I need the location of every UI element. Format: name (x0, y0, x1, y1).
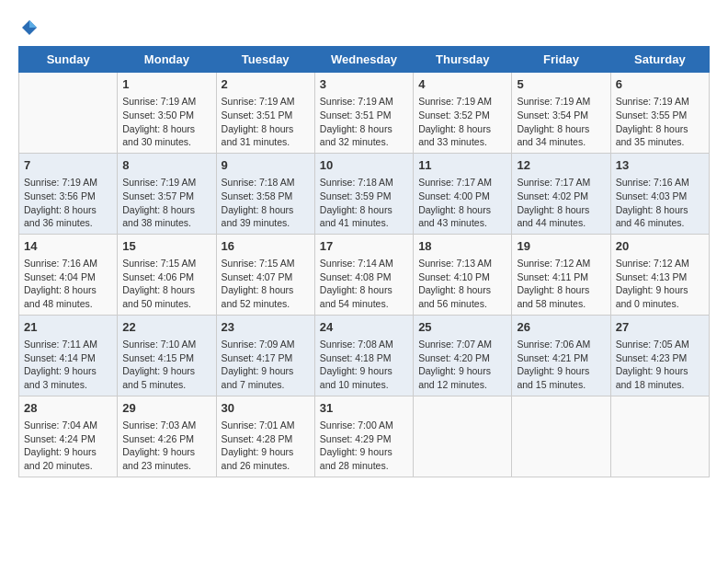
calendar-empty-cell (610, 396, 709, 477)
day-number: 3 (320, 76, 408, 93)
calendar-day-27: 27Sunrise: 7:05 AMSunset: 4:23 PMDayligh… (610, 315, 709, 396)
day-number: 20 (616, 238, 704, 255)
day-number: 13 (616, 157, 704, 174)
weekday-header-monday: Monday (118, 47, 216, 73)
calendar-day-18: 18Sunrise: 7:13 AMSunset: 4:10 PMDayligh… (414, 234, 512, 315)
day-number: 18 (418, 238, 506, 255)
calendar-day-25: 25Sunrise: 7:07 AMSunset: 4:20 PMDayligh… (414, 315, 512, 396)
calendar-day-17: 17Sunrise: 7:14 AMSunset: 4:08 PMDayligh… (314, 234, 413, 315)
day-number: 9 (222, 157, 310, 174)
day-number: 21 (24, 319, 112, 336)
calendar-empty-cell (414, 396, 512, 477)
day-info: Sunrise: 7:06 AMSunset: 4:21 PMDaylight:… (517, 338, 605, 392)
day-number: 15 (122, 238, 210, 255)
calendar-day-15: 15Sunrise: 7:15 AMSunset: 4:06 PMDayligh… (118, 234, 216, 315)
day-number: 23 (222, 319, 310, 336)
day-info: Sunrise: 7:01 AMSunset: 4:28 PMDaylight:… (222, 419, 310, 473)
weekday-header-thursday: Thursday (414, 47, 512, 73)
weekday-header-tuesday: Tuesday (216, 47, 314, 73)
day-info: Sunrise: 7:19 AMSunset: 3:56 PMDaylight:… (24, 176, 112, 230)
day-info: Sunrise: 7:16 AMSunset: 4:03 PMDaylight:… (616, 176, 704, 230)
day-number: 4 (418, 76, 506, 93)
calendar-day-11: 11Sunrise: 7:17 AMSunset: 4:00 PMDayligh… (414, 153, 512, 234)
day-info: Sunrise: 7:10 AMSunset: 4:15 PMDaylight:… (122, 338, 210, 392)
day-info: Sunrise: 7:19 AMSunset: 3:51 PMDaylight:… (222, 95, 310, 149)
calendar-day-10: 10Sunrise: 7:18 AMSunset: 3:59 PMDayligh… (314, 153, 413, 234)
day-info: Sunrise: 7:12 AMSunset: 4:13 PMDaylight:… (616, 257, 704, 311)
day-number: 12 (517, 157, 605, 174)
day-info: Sunrise: 7:19 AMSunset: 3:50 PMDaylight:… (122, 95, 210, 149)
calendar-body: 1Sunrise: 7:19 AMSunset: 3:50 PMDaylight… (19, 73, 710, 477)
day-number: 8 (122, 157, 210, 174)
calendar-week-row: 28Sunrise: 7:04 AMSunset: 4:24 PMDayligh… (19, 396, 710, 477)
day-info: Sunrise: 7:19 AMSunset: 3:52 PMDaylight:… (418, 95, 506, 149)
day-number: 11 (418, 157, 506, 174)
day-info: Sunrise: 7:07 AMSunset: 4:20 PMDaylight:… (418, 338, 506, 392)
weekday-header-wednesday: Wednesday (314, 47, 413, 73)
day-number: 27 (616, 319, 704, 336)
day-info: Sunrise: 7:19 AMSunset: 3:57 PMDaylight:… (122, 176, 210, 230)
calendar-day-7: 7Sunrise: 7:19 AMSunset: 3:56 PMDaylight… (19, 153, 118, 234)
calendar-empty-cell (19, 73, 118, 154)
calendar-day-21: 21Sunrise: 7:11 AMSunset: 4:14 PMDayligh… (19, 315, 118, 396)
day-number: 10 (320, 157, 408, 174)
day-number: 25 (418, 319, 506, 336)
day-info: Sunrise: 7:16 AMSunset: 4:04 PMDaylight:… (24, 257, 112, 311)
day-number: 16 (222, 238, 310, 255)
calendar-week-row: 21Sunrise: 7:11 AMSunset: 4:14 PMDayligh… (19, 315, 710, 396)
day-number: 31 (320, 400, 408, 417)
day-number: 19 (517, 238, 605, 255)
day-number: 22 (122, 319, 210, 336)
calendar-day-26: 26Sunrise: 7:06 AMSunset: 4:21 PMDayligh… (512, 315, 610, 396)
calendar-day-1: 1Sunrise: 7:19 AMSunset: 3:50 PMDaylight… (118, 73, 216, 154)
calendar-day-30: 30Sunrise: 7:01 AMSunset: 4:28 PMDayligh… (216, 396, 314, 477)
day-number: 26 (517, 319, 605, 336)
day-number: 30 (222, 400, 310, 417)
day-info: Sunrise: 7:05 AMSunset: 4:23 PMDaylight:… (616, 338, 704, 392)
calendar-table: SundayMondayTuesdayWednesdayThursdayFrid… (18, 46, 710, 477)
day-number: 2 (222, 76, 310, 93)
calendar-empty-cell (512, 396, 610, 477)
day-info: Sunrise: 7:00 AMSunset: 4:29 PMDaylight:… (320, 419, 408, 473)
calendar-day-23: 23Sunrise: 7:09 AMSunset: 4:17 PMDayligh… (216, 315, 314, 396)
day-number: 6 (616, 76, 704, 93)
day-number: 5 (517, 76, 605, 93)
calendar-day-24: 24Sunrise: 7:08 AMSunset: 4:18 PMDayligh… (314, 315, 413, 396)
calendar-day-20: 20Sunrise: 7:12 AMSunset: 4:13 PMDayligh… (610, 234, 709, 315)
calendar-week-row: 7Sunrise: 7:19 AMSunset: 3:56 PMDaylight… (19, 153, 710, 234)
calendar-day-6: 6Sunrise: 7:19 AMSunset: 3:55 PMDaylight… (610, 73, 709, 154)
day-info: Sunrise: 7:15 AMSunset: 4:07 PMDaylight:… (222, 257, 310, 311)
day-info: Sunrise: 7:08 AMSunset: 4:18 PMDaylight:… (320, 338, 408, 392)
calendar-day-9: 9Sunrise: 7:18 AMSunset: 3:58 PMDaylight… (216, 153, 314, 234)
calendar-day-14: 14Sunrise: 7:16 AMSunset: 4:04 PMDayligh… (19, 234, 118, 315)
day-info: Sunrise: 7:19 AMSunset: 3:51 PMDaylight:… (320, 95, 408, 149)
day-info: Sunrise: 7:17 AMSunset: 4:00 PMDaylight:… (418, 176, 506, 230)
calendar-week-row: 14Sunrise: 7:16 AMSunset: 4:04 PMDayligh… (19, 234, 710, 315)
logo (18, 18, 39, 37)
day-info: Sunrise: 7:12 AMSunset: 4:11 PMDaylight:… (517, 257, 605, 311)
day-number: 17 (320, 238, 408, 255)
calendar-header: SundayMondayTuesdayWednesdayThursdayFrid… (19, 47, 710, 73)
calendar-day-22: 22Sunrise: 7:10 AMSunset: 4:15 PMDayligh… (118, 315, 216, 396)
calendar-day-28: 28Sunrise: 7:04 AMSunset: 4:24 PMDayligh… (19, 396, 118, 477)
calendar-day-4: 4Sunrise: 7:19 AMSunset: 3:52 PMDaylight… (414, 73, 512, 154)
calendar-day-13: 13Sunrise: 7:16 AMSunset: 4:03 PMDayligh… (610, 153, 709, 234)
day-info: Sunrise: 7:09 AMSunset: 4:17 PMDaylight:… (222, 338, 310, 392)
day-info: Sunrise: 7:11 AMSunset: 4:14 PMDaylight:… (24, 338, 112, 392)
day-number: 29 (122, 400, 210, 417)
calendar-day-31: 31Sunrise: 7:00 AMSunset: 4:29 PMDayligh… (314, 396, 413, 477)
day-info: Sunrise: 7:04 AMSunset: 4:24 PMDaylight:… (24, 419, 112, 473)
weekday-header-saturday: Saturday (610, 47, 709, 73)
calendar-day-19: 19Sunrise: 7:12 AMSunset: 4:11 PMDayligh… (512, 234, 610, 315)
weekday-header-sunday: Sunday (19, 47, 118, 73)
day-info: Sunrise: 7:19 AMSunset: 3:54 PMDaylight:… (517, 95, 605, 149)
day-info: Sunrise: 7:18 AMSunset: 3:59 PMDaylight:… (320, 176, 408, 230)
day-info: Sunrise: 7:14 AMSunset: 4:08 PMDaylight:… (320, 257, 408, 311)
day-number: 14 (24, 238, 112, 255)
calendar-day-8: 8Sunrise: 7:19 AMSunset: 3:57 PMDaylight… (118, 153, 216, 234)
calendar-week-row: 1Sunrise: 7:19 AMSunset: 3:50 PMDaylight… (19, 73, 710, 154)
day-number: 1 (122, 76, 210, 93)
day-info: Sunrise: 7:13 AMSunset: 4:10 PMDaylight:… (418, 257, 506, 311)
page-header (18, 18, 710, 37)
calendar-day-29: 29Sunrise: 7:03 AMSunset: 4:26 PMDayligh… (118, 396, 216, 477)
